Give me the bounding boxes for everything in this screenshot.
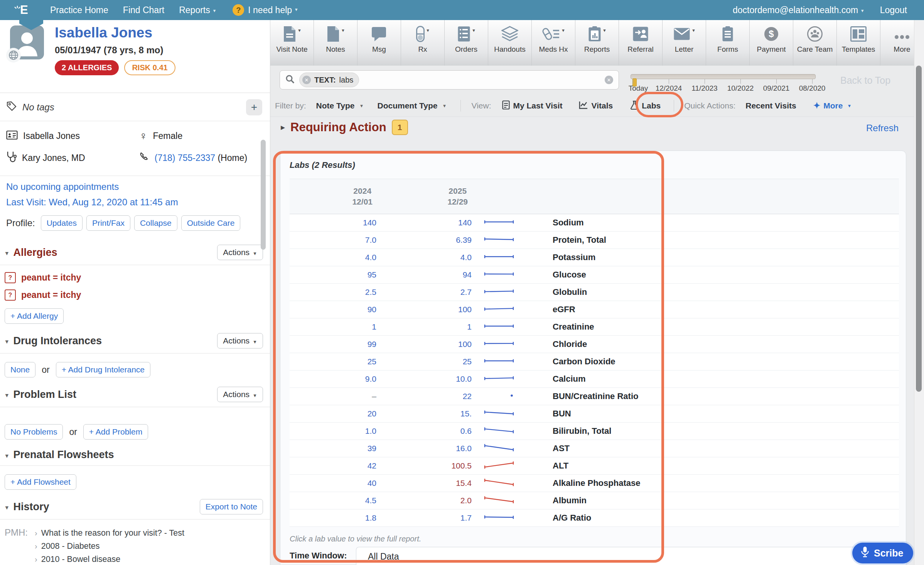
lab-value[interactable]: 1.0 bbox=[290, 426, 376, 436]
timeline-label[interactable]: 08/2020 bbox=[799, 84, 826, 93]
account-menu[interactable]: doctordemo@elationhealth.com▾ bbox=[733, 5, 864, 15]
clear-search-icon[interactable]: ✕ bbox=[605, 76, 613, 84]
lab-value[interactable]: 40 bbox=[290, 479, 376, 488]
lab-value[interactable]: 99 bbox=[290, 340, 376, 349]
chart-search-input[interactable]: ✕ TEXT:labs ✕ bbox=[280, 70, 619, 90]
profile-button-print-fax[interactable]: Print/Fax bbox=[86, 215, 130, 231]
lab-value[interactable]: 0.6 bbox=[376, 426, 472, 436]
nav-reports[interactable]: Reports▾ bbox=[179, 5, 216, 15]
labs-button[interactable]: Labs bbox=[631, 100, 661, 112]
toolbar-button-visit-note[interactable]: ▾Visit Note bbox=[270, 20, 314, 66]
toolbar-button-notes[interactable]: ▾Notes bbox=[314, 20, 357, 66]
lab-value[interactable]: 4.5 bbox=[290, 496, 376, 505]
lab-value[interactable]: 4.0 bbox=[290, 253, 376, 262]
lab-value[interactable]: 39 bbox=[290, 444, 376, 453]
toolbar-button-msg[interactable]: Msg bbox=[357, 20, 401, 66]
my-last-visit-button[interactable]: My Last Visit bbox=[502, 100, 563, 112]
lab-value[interactable]: 100 bbox=[376, 340, 472, 349]
toolbar-button-rx[interactable]: ▾Rx bbox=[401, 20, 445, 66]
profile-button-outside-care[interactable]: Outside Care bbox=[181, 215, 241, 231]
patient-name[interactable]: Isabella Jones bbox=[55, 25, 152, 41]
lab-value[interactable]: 25 bbox=[290, 357, 376, 366]
lab-value[interactable]: 100.5 bbox=[376, 461, 472, 470]
upcoming-appointments-link[interactable]: No upcoming appointments bbox=[6, 181, 262, 192]
drug-intolerances-actions-button[interactable]: Actions▼ bbox=[217, 333, 263, 348]
requiring-action-section[interactable]: ▸ Requiring Action 1 bbox=[281, 120, 408, 135]
patient-avatar[interactable] bbox=[10, 25, 44, 59]
scribe-button[interactable]: Scribe bbox=[852, 543, 913, 563]
allergies-badge[interactable]: 2 ALLERGIES bbox=[55, 60, 119, 75]
toolbar-button-payment[interactable]: $Payment bbox=[750, 20, 793, 66]
timeline-label[interactable]: Today bbox=[629, 84, 648, 93]
lab-value[interactable]: 6.39 bbox=[376, 235, 472, 245]
toolbar-button-orders[interactable]: ▾Orders bbox=[445, 20, 488, 66]
allergy-item[interactable]: ?peanut = itchy bbox=[5, 272, 262, 283]
toolbar-button-meds-hx[interactable]: ▾Meds Hx bbox=[532, 20, 575, 66]
problem-list-actions-button[interactable]: Actions▼ bbox=[217, 387, 263, 402]
lab-value[interactable]: 1.7 bbox=[376, 513, 472, 523]
timeline-label[interactable]: 11/2023 bbox=[691, 84, 717, 93]
toolbar-button-letter[interactable]: ▾Letter bbox=[663, 20, 706, 66]
elation-logo[interactable]: E bbox=[20, 3, 35, 17]
pmh-item[interactable]: ›2010 - Bowel disease bbox=[35, 553, 210, 565]
drug-intolerance-none-button[interactable]: None bbox=[5, 362, 35, 377]
page-scrollbar-thumb[interactable] bbox=[916, 66, 922, 392]
search-filter-chip[interactable]: ✕ TEXT:labs bbox=[299, 73, 359, 87]
profile-button-collapse[interactable]: Collapse bbox=[134, 215, 177, 231]
lab-value[interactable]: 20 bbox=[290, 409, 376, 418]
risk-badge[interactable]: RISK 0.41 bbox=[124, 60, 175, 75]
lab-value[interactable]: 10.0 bbox=[376, 374, 472, 384]
lab-value[interactable]: 25 bbox=[376, 357, 472, 366]
refresh-link[interactable]: Refresh bbox=[866, 123, 899, 134]
page-scrollbar-track[interactable] bbox=[914, 20, 924, 565]
time-window-select[interactable]: All Data bbox=[356, 547, 906, 565]
phone-link[interactable]: (718) 755-2337 bbox=[155, 153, 215, 163]
toolbar-button-reports[interactable]: ▾Reports bbox=[575, 20, 619, 66]
more-actions-button[interactable]: ✦ More▾ bbox=[813, 101, 851, 111]
note-type-filter[interactable]: Note Type▾ bbox=[316, 101, 363, 110]
toolbar-button-care-team[interactable]: Care Team bbox=[793, 20, 837, 66]
lab-value[interactable]: 7.0 bbox=[290, 235, 376, 245]
lab-value[interactable]: 95 bbox=[290, 270, 376, 279]
collapse-caret-icon[interactable]: ▾ bbox=[5, 338, 8, 345]
recent-visits-button[interactable]: Recent Visits bbox=[745, 101, 796, 110]
sidebar-scrollbar[interactable] bbox=[261, 140, 266, 250]
timeline-label[interactable]: 09/2021 bbox=[763, 84, 790, 93]
collapse-caret-icon[interactable]: ▾ bbox=[5, 250, 8, 257]
profile-button-updates[interactable]: Updates bbox=[41, 215, 83, 231]
pmh-item[interactable]: ›What is the reason for your visit? - Te… bbox=[35, 526, 210, 540]
lab-value[interactable]: 4.0 bbox=[376, 253, 472, 262]
toolbar-button-handouts[interactable]: Handouts bbox=[488, 20, 532, 66]
lab-value[interactable]: 1 bbox=[290, 322, 376, 332]
back-to-top-link[interactable]: Back to Top bbox=[840, 75, 890, 86]
collapse-caret-icon[interactable]: ▾ bbox=[5, 392, 8, 399]
allergy-item[interactable]: ?peanut = itchy bbox=[5, 289, 262, 301]
lab-value[interactable]: 2.7 bbox=[376, 288, 472, 297]
lab-value[interactable]: 9.0 bbox=[290, 374, 376, 384]
document-type-filter[interactable]: Document Type▾ bbox=[378, 101, 446, 110]
lab-value[interactable]: 2.5 bbox=[290, 288, 376, 297]
nav-help[interactable]: ? I need help▾ bbox=[233, 4, 297, 16]
lab-value[interactable]: 15. bbox=[376, 409, 472, 418]
lab-value[interactable]: 140 bbox=[376, 218, 472, 227]
nav-find-chart[interactable]: Find Chart bbox=[123, 5, 164, 15]
add-problem-button[interactable]: + Add Problem bbox=[83, 424, 148, 440]
lab-value[interactable]: 90 bbox=[290, 305, 376, 314]
no-problems-button[interactable]: No Problems bbox=[5, 424, 63, 440]
export-to-note-button[interactable]: Export to Note bbox=[200, 499, 263, 514]
lab-value[interactable]: 42 bbox=[290, 461, 376, 470]
timeline-track[interactable] bbox=[631, 74, 816, 79]
remove-chip-icon[interactable]: ✕ bbox=[302, 76, 311, 84]
lab-value[interactable]: 100 bbox=[376, 305, 472, 314]
chart-timeline[interactable]: Today12/202411/202310/202209/202108/2020 bbox=[628, 69, 829, 93]
allergies-actions-button[interactable]: Actions▼ bbox=[217, 245, 263, 260]
last-visit-link[interactable]: Last Visit: Wed, Aug 12, 2020 at 11:45 a… bbox=[6, 197, 262, 208]
add-tag-button[interactable]: + bbox=[246, 99, 262, 115]
add-allergy-button[interactable]: + Add Allergy bbox=[5, 308, 64, 324]
lab-value[interactable]: 1.8 bbox=[290, 513, 376, 523]
add-drug-intolerance-button[interactable]: + Add Drug Intolerance bbox=[56, 362, 150, 377]
timeline-label[interactable]: 12/2024 bbox=[656, 84, 682, 93]
vitals-button[interactable]: Vitals bbox=[579, 101, 613, 111]
logout-link[interactable]: Logout bbox=[880, 5, 907, 15]
expand-caret-icon[interactable]: ▸ bbox=[281, 122, 285, 132]
